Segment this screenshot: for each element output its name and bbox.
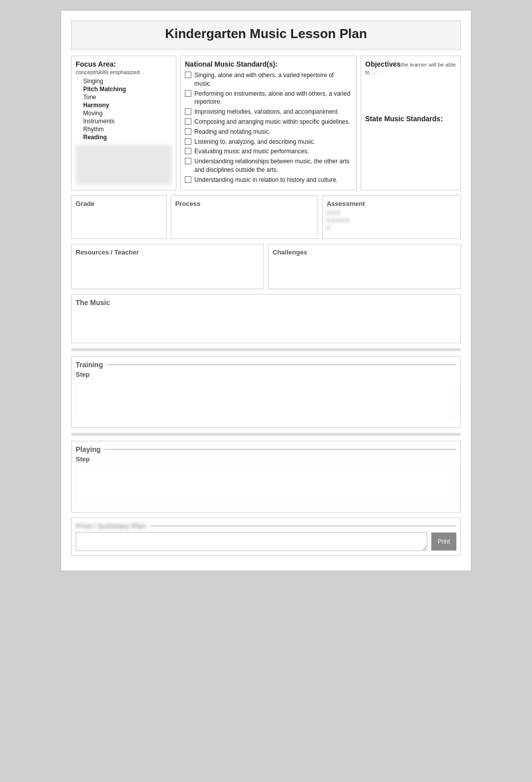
print-input[interactable] (76, 532, 427, 551)
print-button[interactable]: Print (431, 533, 456, 551)
grade-box: Grade (71, 195, 167, 239)
divider-2 (71, 433, 461, 436)
objectives-block: Objectivesthe learner will be able to . … (365, 60, 456, 111)
playing-step-content (76, 464, 456, 504)
national-standards-title: National Music Standard(s): (185, 60, 352, 68)
standard-9: Understanding music in relation to histo… (185, 176, 352, 184)
checkbox-8[interactable] (185, 158, 191, 164)
page-title: Kindergarten Music Lesson Plan (71, 21, 461, 50)
focus-item-tone[interactable]: Tone (83, 94, 172, 101)
assessment-inner: ■ ■ ■ ■ ■ ■ ■ ■ ■ (327, 209, 456, 230)
print-divider (150, 526, 456, 527)
objectives-content (365, 76, 456, 111)
the-music-title: The Music (76, 299, 456, 307)
the-music-content (76, 309, 456, 339)
assessment-title: Assessment (327, 200, 456, 207)
standard-4: Composing and arranging music within spe… (185, 118, 352, 126)
standard-6: Listening to, analyzing, and describing … (185, 138, 352, 146)
objectives-title: Objectives (365, 60, 401, 68)
assessment-row-1: ■ ■ ■ (327, 209, 456, 215)
checkbox-3[interactable] (185, 108, 191, 115)
print-header: Print / Summary Plan (76, 522, 456, 530)
checkbox-7[interactable] (185, 148, 191, 154)
checkbox-1[interactable] (185, 72, 191, 78)
playing-header: Playing (76, 445, 456, 453)
focus-item-rhythm[interactable]: Rhythm (83, 126, 172, 133)
checkbox-6[interactable] (185, 138, 191, 145)
state-standards-content (365, 124, 456, 164)
focus-item-singing[interactable]: Singing (83, 78, 172, 85)
resources-row: Resources / Teacher Challenges (71, 244, 461, 289)
focus-image-placeholder (76, 145, 172, 185)
step1-label: Step (76, 371, 456, 378)
resources-title: Resources / Teacher (76, 248, 259, 256)
focus-item-reading[interactable]: Reading (83, 134, 172, 141)
process-title: Process (175, 200, 314, 207)
grade-title: Grade (76, 200, 162, 207)
assessment-box: Assessment ■ ■ ■ ■ ■ ■ ■ ■ ■ (322, 195, 461, 239)
training-header: Training (76, 361, 456, 369)
print-section: Print / Summary Plan Print (71, 517, 461, 556)
focus-item-harmony[interactable]: Harmony (83, 102, 172, 109)
assessment-row-2: ■ ■ ■ ■ ■ (327, 217, 456, 223)
state-standards-block: State Music Standards: (365, 115, 456, 164)
page-container: Kindergarten Music Lesson Plan Focus Are… (61, 10, 471, 571)
checkbox-5[interactable] (185, 128, 191, 135)
standards-list: Singing, alone and with others, a varied… (185, 71, 352, 184)
playing-section: Playing Step (71, 441, 461, 512)
focus-list: Singing Pitch Matching Tone Harmony Movi… (76, 78, 172, 141)
state-standards-title: State Music Standards: (365, 115, 456, 123)
training-title: Training (76, 361, 103, 369)
print-title: Print / Summary Plan (76, 522, 146, 530)
playing-divider (105, 449, 456, 450)
standard-1: Singing, alone and with others, a varied… (185, 71, 352, 88)
checkbox-9[interactable] (185, 176, 191, 183)
training-divider (107, 364, 456, 365)
objectives-section: Objectivesthe learner will be able to . … (361, 56, 461, 190)
challenges-box: Challenges (268, 244, 461, 289)
process-content (175, 209, 314, 234)
focus-item-moving[interactable]: Moving (83, 110, 172, 117)
focus-area-title: Focus Area: (76, 60, 172, 68)
step1-content (76, 379, 456, 419)
focus-area: Focus Area: concept/skills emphasized Si… (71, 56, 176, 190)
top-section: Focus Area: concept/skills emphasized Si… (71, 56, 461, 190)
assessment-row-3: ■ (327, 224, 456, 230)
challenges-title: Challenges (273, 248, 456, 256)
playing-title: Playing (76, 445, 101, 453)
standard-2: Performing on instruments, alone and wit… (185, 90, 352, 107)
resources-content (76, 258, 259, 283)
grade-content (76, 209, 162, 234)
national-standards-section: National Music Standard(s): Singing, alo… (180, 56, 357, 190)
training-section: Training Step (71, 356, 461, 428)
standard-7: Evaluating music and music performances. (185, 147, 352, 156)
print-input-row: Print (76, 532, 456, 551)
focus-item-instruments[interactable]: Instruments (83, 118, 172, 125)
focus-item-pitch-matching[interactable]: Pitch Matching (83, 86, 172, 93)
standard-5: Reading and notating music. (185, 128, 352, 136)
process-box: Process (171, 195, 318, 239)
checkbox-4[interactable] (185, 118, 191, 125)
the-music-section: The Music (71, 294, 461, 343)
focus-area-subtitle: concept/skills emphasized (76, 69, 172, 75)
checkbox-2[interactable] (185, 90, 191, 97)
challenges-content (273, 258, 456, 283)
middle-row: Grade Process Assessment ■ ■ ■ ■ ■ ■ ■ ■… (71, 195, 461, 239)
standard-8: Understanding relationships between musi… (185, 157, 352, 174)
divider-1 (71, 348, 461, 351)
playing-step-label: Step (76, 455, 456, 463)
standard-3: Improvising melodies, variations, and ac… (185, 108, 352, 116)
resources-box: Resources / Teacher (71, 244, 264, 289)
